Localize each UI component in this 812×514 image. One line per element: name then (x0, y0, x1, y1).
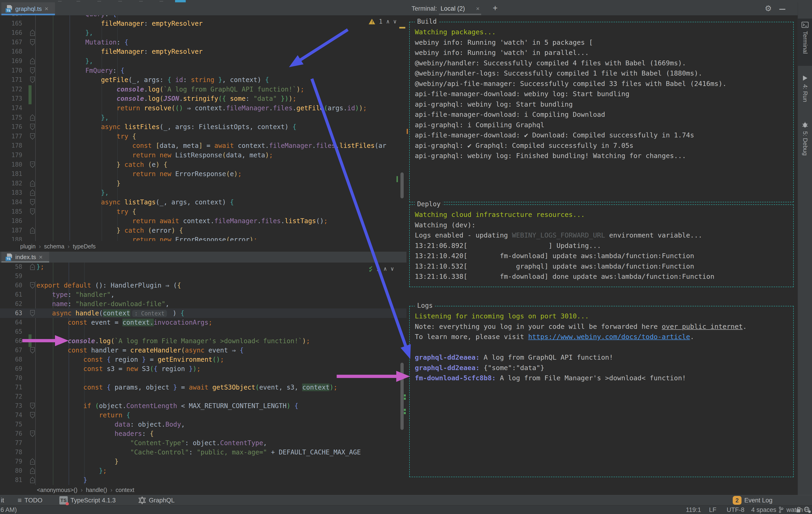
line-number: 187 (5, 226, 22, 235)
code-text: Query: { (85, 15, 117, 19)
breadcrumb-item[interactable]: schema (44, 243, 64, 250)
typescript-service-button[interactable]: TS TypeScript 4.1.3 (59, 495, 116, 506)
fold-end-icon[interactable] (30, 458, 35, 465)
event-log-button[interactable]: 2 Event Log (733, 495, 773, 506)
fold-start-icon[interactable] (30, 199, 35, 206)
terminal-content[interactable]: Build Watching packages...webiny info: R… (406, 15, 798, 495)
indent-selector[interactable]: 4 spaces (751, 506, 776, 514)
code-line-62: 62 name: "handler-download-file", (0, 299, 406, 309)
tool-button-run[interactable]: 4: Run (798, 72, 812, 112)
fold-start-icon[interactable] (30, 39, 35, 46)
line-number: 74 (5, 411, 22, 420)
tool-button-label: Terminal (802, 31, 809, 54)
fold-end-icon[interactable] (30, 189, 35, 196)
terminal-link[interactable]: https://www.webiny.com/docs/todo-article (528, 333, 690, 341)
line-number: 80 (5, 466, 22, 476)
fold-start-icon[interactable] (30, 347, 35, 354)
breadcrumb[interactable]: plugin› schema› typeDefs (0, 241, 427, 252)
terminal-text: Listening for incoming logs on port 3010… (415, 312, 589, 320)
tab-graphql-ts[interactable]: TS graphql.ts × (1, 2, 55, 15)
fold-end-icon[interactable] (30, 58, 35, 64)
tab-label: index.ts (15, 253, 36, 261)
encoding-selector[interactable]: UTF-8 (727, 506, 745, 514)
terminal-text: @webiny/api-file-manager: Successfully c… (415, 80, 726, 88)
fold-start-icon[interactable] (30, 282, 35, 289)
code-text: }, (85, 113, 109, 122)
terminal-tab-local[interactable]: Local (2) (440, 5, 465, 12)
tool-button-debug[interactable]: 5: Debug (798, 118, 812, 165)
code-line-61: 61 type: "handler", (0, 290, 406, 299)
fold-end-icon[interactable] (30, 180, 35, 187)
terminal-text: api-file-manager-download: i Compiling D… (415, 111, 605, 118)
todo-button[interactable]: ≡ TODO (18, 495, 42, 506)
graphql-button[interactable]: GraphQL (138, 495, 175, 506)
breadcrumb-item[interactable]: plugin (20, 243, 36, 250)
code-text: const s3 = new S3({ region }); (36, 364, 201, 373)
new-tab-plus-icon[interactable]: + (493, 3, 498, 13)
tool-button-terminal[interactable]: Terminal (798, 19, 812, 66)
close-icon[interactable]: × (45, 5, 48, 12)
unlock-icon (796, 507, 801, 513)
line-ending-selector[interactable]: LF (709, 506, 717, 514)
fold-start-icon[interactable] (30, 310, 35, 316)
terminal-text: api-graphql: webiny log: Start bundling (415, 100, 573, 108)
editor-graphql-ts[interactable]: ! 1 ∧ ∨ 164Query: {165 fileManager: empt… (0, 15, 406, 241)
fold-start-icon[interactable] (30, 430, 35, 437)
line-number: 180 (5, 160, 22, 170)
code-text: return new ErrorResponse(e); (85, 169, 241, 179)
terminal-line: @webiny/api-file-manager: Successfully c… (415, 79, 791, 89)
fold-start-icon[interactable] (30, 161, 35, 168)
breadcrumb[interactable]: <anonymous>()› handle()› context (0, 485, 443, 495)
run-play-icon (802, 75, 808, 81)
code-text: }, (85, 56, 93, 66)
fold-start-icon[interactable] (30, 402, 35, 409)
close-icon[interactable]: × (476, 5, 480, 12)
fold-start-icon[interactable] (30, 208, 35, 215)
lock-widget[interactable] (796, 506, 801, 514)
code-text: try { (85, 132, 136, 141)
fold-end-icon[interactable] (30, 227, 35, 234)
caret-position[interactable]: 119:1 (686, 506, 701, 514)
terminal-text: {"some":"data"} (480, 364, 544, 372)
code-text: if (object.ContentLength < MAX_RETURN_CO… (36, 401, 298, 411)
terminal-line: graphql-dd2eaea: A log from GraphQL API … (415, 352, 791, 363)
git-branch-icon (779, 507, 784, 513)
terminal-text: Watching (dev): (415, 221, 475, 229)
terminal-title: Terminal: (412, 5, 437, 12)
fold-start-icon[interactable] (30, 123, 35, 130)
terminal-text: 13:21:16.338[ fm-download] done update a… (415, 273, 715, 280)
terminal-text: Watching cloud infrastructure resources.… (415, 211, 585, 218)
minimize-icon[interactable] (779, 9, 785, 10)
breadcrumb-item[interactable]: <anonymous>() (37, 487, 78, 493)
gear-icon[interactable]: ⚙ (765, 4, 772, 13)
code-line-80: 80 }; (0, 466, 406, 476)
fold-end-icon[interactable] (30, 29, 35, 36)
top-tick (77, 1, 80, 2)
fold-end-icon[interactable] (30, 264, 35, 270)
fold-start-icon[interactable] (30, 133, 35, 140)
runtime-log-lines: Listening for incoming logs on port 3010… (415, 311, 791, 383)
fold-end-icon[interactable] (30, 477, 35, 483)
fold-start-icon[interactable] (30, 412, 35, 419)
code-text: return { (36, 411, 130, 420)
close-icon[interactable]: × (39, 253, 43, 261)
breadcrumb-item[interactable]: handle() (86, 487, 107, 493)
breadcrumb-item[interactable]: context (116, 487, 135, 493)
line-number: 182 (5, 179, 22, 188)
editor-index-ts[interactable]: ✔✔ 1 ∧ ∨ 58};5960export default (): Hand… (0, 263, 406, 485)
tab-index-ts[interactable]: TS index.ts × (1, 252, 49, 263)
code-line-186: 186 return await context.fileManager.fil… (0, 216, 406, 226)
code-line-164: 164Query: { (0, 15, 406, 19)
code-line-69: 69 const s3 = new S3({ region }); (0, 364, 406, 373)
fold-start-icon[interactable] (30, 77, 35, 83)
fold-end-icon[interactable] (30, 114, 35, 121)
fold-start-icon[interactable] (30, 67, 35, 74)
terminal-line: api-graphql: webiny log: Start bundling (415, 99, 791, 110)
fold-end-icon[interactable] (30, 467, 35, 474)
active-tab-underline (1, 14, 55, 15)
git-widget-partial[interactable]: it (1, 495, 4, 506)
proxy-widget[interactable] (804, 506, 811, 514)
terminal-line: graphql-dd2eaea: {"some":"data"} (415, 363, 791, 373)
line-number: 75 (5, 420, 22, 429)
breadcrumb-item[interactable]: typeDefs (73, 243, 96, 250)
